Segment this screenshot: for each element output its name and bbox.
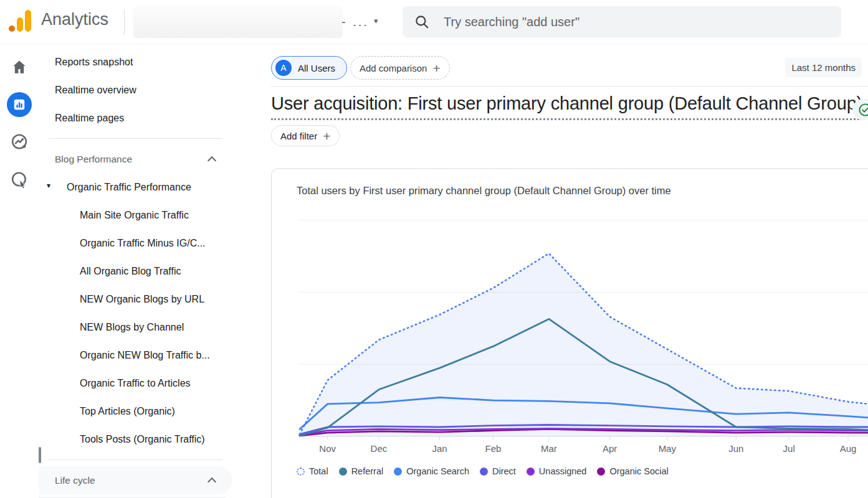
nav-item-label: Top Articles (Organic) — [80, 406, 175, 417]
report-nav: Reports snapshotRealtime overviewRealtim… — [39, 44, 232, 498]
property-name-redacted[interactable] — [133, 6, 343, 38]
nav-item-label: Organic NEW Blog Traffic b... — [80, 350, 210, 361]
logo-dot — [9, 26, 15, 32]
check-circle-icon — [858, 103, 868, 117]
logo-bar-tall — [25, 10, 31, 32]
property-suffix[interactable]: - ... — [341, 15, 369, 29]
nav-item-label: Organic Traffic Performance — [67, 182, 191, 193]
segment-label: All Users — [298, 63, 335, 73]
nav-item-organic-traffic-minus-ig-c[interactable]: Organic Traffic Minus IG/C... — [39, 229, 232, 257]
search-input[interactable] — [442, 14, 830, 30]
x-tick-label: Feb — [485, 443, 501, 454]
advertising-icon[interactable] — [11, 171, 29, 191]
plus-icon: + — [323, 129, 330, 143]
legend-label: Total — [309, 466, 328, 476]
nav-item-label: NEW Blogs by Channel — [80, 322, 184, 333]
legend-item-referral: Referral — [339, 466, 384, 476]
chart-card: Total users by First user primary channe… — [271, 168, 868, 498]
product-name: Analytics — [41, 10, 108, 29]
legend-item-total: Total — [297, 466, 328, 476]
legend-label: Organic Search — [406, 466, 469, 476]
nav-item-label: Blog Performance — [55, 154, 132, 165]
legend-label: Referral — [351, 466, 384, 476]
explore-icon[interactable] — [11, 133, 29, 153]
add-filter-label: Add filter — [280, 131, 317, 141]
nav-divider — [49, 138, 222, 139]
x-tick-label: Jan — [432, 443, 447, 454]
legend-label: Direct — [492, 466, 516, 476]
nav-item-label: Organic Traffic to Articles — [80, 378, 191, 389]
legend-swatch — [339, 467, 347, 476]
nav-item-label: Main Site Organic Traffic — [80, 210, 189, 221]
nav-item-organic-traffic-to-articles[interactable]: Organic Traffic to Articles — [39, 369, 232, 397]
nav-divider — [49, 459, 222, 460]
add-filter-button[interactable]: Add filter + — [271, 125, 340, 146]
nav-item-label: Realtime overview — [55, 85, 136, 96]
nav-item-realtime-pages[interactable]: Realtime pages — [39, 104, 232, 132]
icon-rail — [0, 44, 39, 498]
topbar-divider — [124, 9, 125, 34]
nav-item-blog-performance[interactable]: Blog Performance — [39, 145, 232, 173]
chevron-up-icon[interactable] — [207, 477, 216, 486]
all-users-segment-chip[interactable]: A All Users — [271, 56, 347, 80]
nav-item-top-articles-organic[interactable]: Top Articles (Organic) — [39, 397, 232, 425]
header-divider — [271, 86, 868, 87]
nav-item-main-site-organic-traffic[interactable]: Main Site Organic Traffic — [39, 201, 232, 229]
property-caret-down-icon[interactable]: ▾ — [374, 16, 378, 26]
date-range-label: Last 12 months — [791, 62, 856, 73]
x-tick-label: Apr — [603, 443, 617, 454]
nav-item-all-organic-blog-traffic[interactable]: All Organic Blog Traffic — [39, 257, 232, 285]
nav-scrollbar[interactable] — [39, 447, 41, 463]
nav-item-life-cycle[interactable]: Life cycle — [39, 466, 232, 494]
legend-item-organic-social: Organic Social — [597, 466, 668, 476]
legend-swatch — [480, 467, 488, 476]
legend-swatch — [597, 467, 605, 476]
date-range-selector[interactable]: Last 12 months — [785, 58, 862, 77]
line-chart[interactable]: NovDecJanFebMarAprMayJunJulAug — [300, 216, 868, 456]
nav-item-new-blogs-by-channel[interactable]: NEW Blogs by Channel — [39, 313, 232, 341]
nav-item-reports-snapshot[interactable]: Reports snapshot — [39, 48, 232, 76]
chevron-up-icon[interactable] — [207, 156, 216, 165]
x-tick-label: May — [659, 443, 677, 454]
triangle-down-icon[interactable]: ▾ — [47, 181, 50, 190]
nav-item-realtime-overview[interactable]: Realtime overview — [39, 76, 232, 104]
report-title-dimension-selector[interactable]: User acquisition: First user primary cha… — [271, 93, 862, 120]
legend-label: Organic Social — [609, 466, 668, 476]
reports-icon[interactable] — [7, 92, 32, 117]
nav-item-organic-new-blog-traffic-b[interactable]: Organic NEW Blog Traffic b... — [39, 341, 232, 369]
x-tick-label: Jun — [728, 443, 743, 454]
nav-item-label: NEW Organic Blogs by URL — [80, 294, 204, 305]
legend-item-direct: Direct — [480, 466, 516, 476]
chart-legend: TotalReferralOrganic SearchDirectUnassig… — [297, 466, 669, 476]
legend-swatch — [527, 467, 535, 476]
nav-item-label: Reports snapshot — [55, 57, 133, 68]
x-tick-label: Nov — [319, 443, 336, 454]
plus-icon: + — [432, 62, 440, 75]
x-tick-label: Dec — [371, 443, 388, 454]
home-icon[interactable] — [11, 59, 28, 78]
logo-bar-mid — [17, 17, 23, 32]
nav-item-label: Organic Traffic Minus IG/C... — [80, 238, 206, 249]
top-bar: Analytics - ... ▾ — [0, 0, 868, 44]
add-comparison-label: Add comparison — [360, 63, 427, 73]
nav-item-tools-posts-organic-traffic[interactable]: Tools Posts (Organic Traffic) — [39, 425, 232, 453]
legend-item-organic-search: Organic Search — [394, 466, 469, 476]
nav-item-organic-traffic-performance[interactable]: ▾Organic Traffic Performance — [39, 173, 232, 201]
analytics-logo-icon — [9, 10, 34, 34]
nav-item-new-organic-blogs-by-url[interactable]: NEW Organic Blogs by URL — [39, 285, 232, 313]
chart-title: Total users by First user primary channe… — [297, 185, 671, 197]
legend-swatch — [297, 467, 305, 476]
search-bar[interactable] — [403, 6, 841, 37]
segment-avatar: A — [275, 60, 292, 76]
x-tick-label: Mar — [541, 443, 557, 454]
nav-item-label: All Organic Blog Traffic — [80, 266, 181, 277]
add-comparison-button[interactable]: Add comparison + — [350, 56, 450, 80]
legend-swatch — [394, 467, 402, 476]
search-icon — [414, 14, 430, 30]
legend-label: Unassigned — [539, 466, 587, 476]
report-nav-list: Reports snapshotRealtime overviewRealtim… — [39, 48, 232, 498]
x-tick-label: Aug — [840, 443, 857, 454]
total-area-fill — [300, 253, 868, 436]
nav-item-label: Life cycle — [55, 475, 95, 486]
nav-item-label: Realtime pages — [55, 113, 124, 124]
